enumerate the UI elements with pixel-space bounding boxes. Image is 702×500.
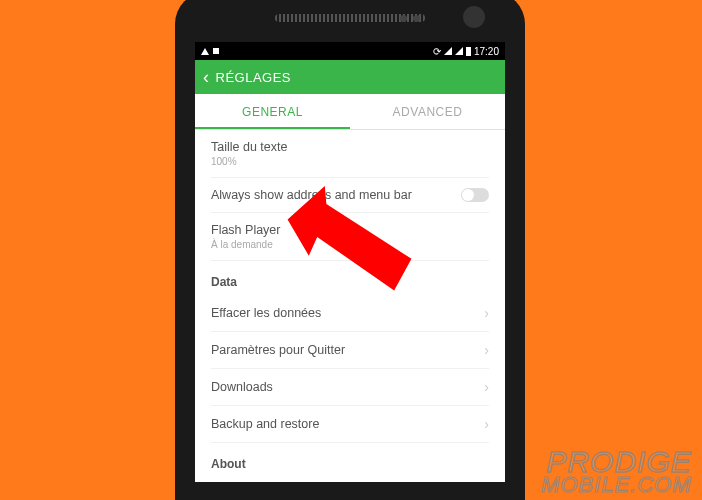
address-bar-label: Always show address and menu bar xyxy=(211,188,461,202)
clock: 17:20 xyxy=(474,46,499,57)
text-size-value: 100% xyxy=(211,156,489,167)
row-backup[interactable]: Backup and restore › xyxy=(211,406,489,443)
text-size-label: Taille du texte xyxy=(211,140,489,154)
tab-advanced[interactable]: ADVANCED xyxy=(350,94,505,129)
signal-icon xyxy=(444,47,452,55)
row-text-size[interactable]: Taille du texte 100% xyxy=(211,130,489,178)
settings-list: Taille du texte 100% Always show address… xyxy=(195,130,505,482)
sync-icon: ⟳ xyxy=(433,46,441,57)
chevron-right-icon: › xyxy=(484,379,489,395)
row-clear-data[interactable]: Effacer les données › xyxy=(211,295,489,332)
vlc-icon xyxy=(201,48,209,55)
app-header: ‹ RÉGLAGES xyxy=(195,60,505,94)
signal-icon xyxy=(455,47,463,55)
row-flash-player[interactable]: Flash Player À la demande xyxy=(211,213,489,261)
tab-general[interactable]: GENERAL xyxy=(195,94,350,129)
section-data-heading: Data xyxy=(211,261,489,295)
flash-label: Flash Player xyxy=(211,223,489,237)
tab-bar: GENERAL ADVANCED xyxy=(195,94,505,130)
chevron-right-icon: › xyxy=(484,416,489,432)
section-about-heading: About xyxy=(211,443,489,477)
chevron-right-icon: › xyxy=(484,305,489,321)
watermark: PRODIGE MOBILE.COM xyxy=(541,448,692,495)
phone-frame: ⟳ 17:20 ‹ RÉGLAGES GENERAL ADVANCED Tail… xyxy=(175,0,525,500)
chevron-right-icon: › xyxy=(484,342,489,358)
row-quit-params[interactable]: Paramètres pour Quitter › xyxy=(211,332,489,369)
notification-icon xyxy=(213,48,219,54)
row-address-bar[interactable]: Always show address and menu bar xyxy=(211,178,489,213)
row-about-dolphin[interactable]: Sur les Dolphin › xyxy=(211,477,489,482)
screen: ⟳ 17:20 ‹ RÉGLAGES GENERAL ADVANCED Tail… xyxy=(195,42,505,482)
status-bar: ⟳ 17:20 xyxy=(195,42,505,60)
address-bar-toggle[interactable] xyxy=(461,188,489,202)
flash-value: À la demande xyxy=(211,239,489,250)
row-downloads[interactable]: Downloads › xyxy=(211,369,489,406)
battery-icon xyxy=(466,47,471,56)
header-title: RÉGLAGES xyxy=(216,70,292,85)
back-icon[interactable]: ‹ xyxy=(203,67,210,88)
